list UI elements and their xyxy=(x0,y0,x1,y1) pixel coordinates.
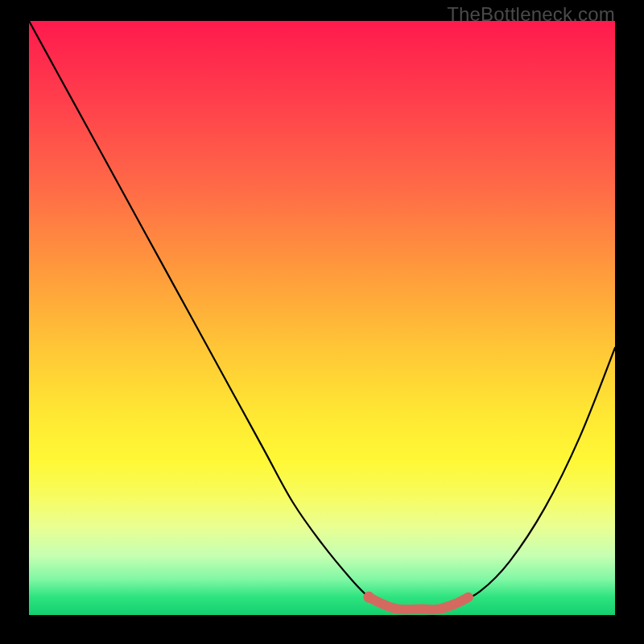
bottleneck-curve xyxy=(29,21,615,609)
optimal-range-start-dot xyxy=(363,592,374,603)
chart-svg xyxy=(29,21,615,615)
optimal-range-highlight xyxy=(369,597,469,609)
plot-area xyxy=(29,21,615,615)
chart-frame: TheBottleneck.com xyxy=(0,0,644,644)
